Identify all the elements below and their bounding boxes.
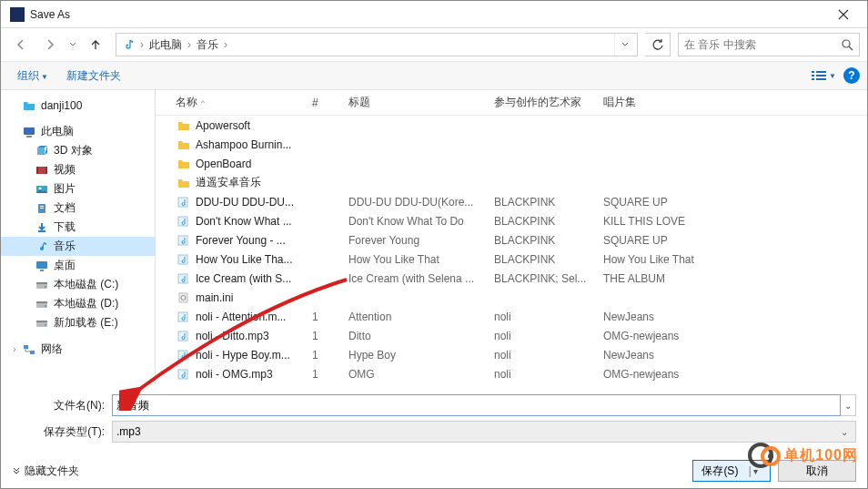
cancel-button[interactable]: 取消 xyxy=(778,460,856,482)
expand-icon[interactable]: › xyxy=(8,344,21,354)
back-button[interactable] xyxy=(8,32,34,57)
hide-folders-button[interactable]: 隐藏文件夹 xyxy=(12,464,79,479)
disk-icon xyxy=(34,278,50,292)
column-headers: 名称^ # 标题 参与创作的艺术家 唱片集 xyxy=(156,90,867,116)
music-icon xyxy=(176,348,192,362)
file-row[interactable]: noli - Ditto.mp31DittonoliOMG-newjeans xyxy=(156,326,867,345)
file-row[interactable]: 逍遥安卓音乐 xyxy=(156,173,867,192)
organize-menu[interactable]: 组织▼ xyxy=(8,65,57,87)
folder-icon xyxy=(176,138,192,152)
sidebar-item-document[interactable]: 文档 xyxy=(1,199,155,218)
folder-icon xyxy=(21,98,37,113)
sidebar-item-label: 此电脑 xyxy=(41,124,74,139)
search-input[interactable] xyxy=(684,38,842,51)
svg-rect-20 xyxy=(40,270,44,271)
music-icon xyxy=(176,252,192,267)
view-icon xyxy=(811,69,827,82)
file-row[interactable]: noli - OMG.mp31OMGnoliOMG-newjeans xyxy=(156,364,867,383)
sidebar-item-label: 本地磁盘 (C:) xyxy=(54,277,118,292)
file-row[interactable]: Ice Cream (with S...Ice Cream (with Sele… xyxy=(156,269,867,288)
sidebar-item-network[interactable]: › 网络 xyxy=(1,340,155,359)
computer-icon xyxy=(21,125,37,139)
file-row[interactable]: Forever Young - ...Forever YoungBLACKPIN… xyxy=(156,230,867,250)
split-dropdown-icon[interactable]: │▾ xyxy=(743,466,761,476)
forward-button[interactable] xyxy=(37,32,63,57)
sidebar-item-desktop[interactable]: 桌面 xyxy=(1,256,155,275)
svg-point-0 xyxy=(843,40,850,47)
file-row[interactable]: DDU-DU DDU-DU...DDU-DU DDU-DU(Kore...BLA… xyxy=(156,192,867,211)
svg-rect-2 xyxy=(816,71,826,73)
search-box[interactable] xyxy=(678,33,860,56)
sidebar-item-picture[interactable]: 图片 xyxy=(1,179,155,199)
sidebar-item-label: 音乐 xyxy=(54,239,76,254)
filetype-select[interactable]: .mp3 ⌄ xyxy=(112,421,856,443)
disk-icon xyxy=(34,297,50,311)
main-content: danji100 此电脑 3D 对象视频图片文档下载音乐桌面本地磁盘 (C:)本… xyxy=(1,90,867,384)
svg-rect-25 xyxy=(36,301,47,303)
file-row[interactable]: Apowersoft xyxy=(156,116,867,135)
toolbar: 组织▼ 新建文件夹 ▼ ? xyxy=(1,61,867,90)
svg-point-29 xyxy=(45,324,46,326)
music-icon xyxy=(176,271,192,286)
svg-rect-4 xyxy=(816,75,826,76)
3d-icon xyxy=(34,144,50,158)
breadcrumb-dropdown[interactable] xyxy=(614,34,635,56)
footer: 隐藏文件夹 保存(S) │▾ 取消 xyxy=(1,449,867,489)
arrow-up-icon xyxy=(89,38,102,51)
sidebar-item-music[interactable]: 音乐 xyxy=(1,237,155,256)
sidebar-item-disk[interactable]: 本地磁盘 (C:) xyxy=(1,275,155,294)
music-icon xyxy=(176,233,192,248)
close-icon xyxy=(838,9,849,20)
svg-rect-7 xyxy=(24,127,35,135)
chevron-down-icon xyxy=(12,466,21,475)
svg-rect-16 xyxy=(40,206,44,207)
network-icon xyxy=(21,342,37,357)
save-button[interactable]: 保存(S) │▾ xyxy=(692,460,771,482)
search-icon[interactable] xyxy=(842,39,853,51)
column-title[interactable]: 标题 xyxy=(341,95,487,110)
column-track[interactable]: # xyxy=(305,97,341,109)
column-artist[interactable]: 参与创作的艺术家 xyxy=(487,95,596,110)
svg-rect-31 xyxy=(30,351,35,354)
filename-dropdown[interactable]: ⌄ xyxy=(841,394,856,416)
history-dropdown[interactable] xyxy=(66,41,79,48)
sidebar-item-label: 下载 xyxy=(54,219,76,235)
file-row[interactable]: Ashampoo Burnin... xyxy=(156,135,867,154)
sidebar-item-3d[interactable]: 3D 对象 xyxy=(1,141,155,160)
title-bar: Save As xyxy=(1,1,867,28)
music-icon xyxy=(34,239,50,254)
new-folder-button[interactable]: 新建文件夹 xyxy=(57,65,130,87)
breadcrumb-sep-icon: › xyxy=(222,38,229,51)
sidebar-item-download[interactable]: 下载 xyxy=(1,218,155,237)
filename-input[interactable] xyxy=(112,394,841,416)
sidebar-item-quick[interactable]: danji100 xyxy=(1,96,155,115)
breadcrumb-music[interactable]: 音乐 xyxy=(193,34,222,56)
svg-rect-37 xyxy=(179,293,187,302)
file-row[interactable]: OpenBoard xyxy=(156,154,867,173)
up-button[interactable] xyxy=(83,32,108,57)
chevron-down-icon: ⌄ xyxy=(837,427,852,437)
file-row[interactable]: Don't Know What ...Don't Know What To Do… xyxy=(156,211,867,230)
file-row[interactable]: noli - Hype Boy.m...1Hype BoynoliNewJean… xyxy=(156,345,867,364)
folder-icon xyxy=(176,118,192,133)
close-button[interactable] xyxy=(823,2,863,27)
sidebar-item-disk[interactable]: 新加载卷 (E:) xyxy=(1,313,155,332)
sidebar-item-video[interactable]: 视频 xyxy=(1,160,155,179)
filetype-label: 保存类型(T): xyxy=(12,424,112,440)
picture-icon xyxy=(34,182,50,197)
column-album[interactable]: 唱片集 xyxy=(596,95,867,110)
view-options-button[interactable]: ▼ xyxy=(811,65,836,87)
sidebar-item-this-pc[interactable]: 此电脑 xyxy=(1,122,155,141)
svg-rect-8 xyxy=(26,136,32,138)
help-button[interactable]: ? xyxy=(843,67,860,84)
folder-icon xyxy=(176,157,192,171)
file-row[interactable]: main.ini xyxy=(156,288,867,307)
file-row[interactable]: noli - Attention.m...1AttentionnoliNewJe… xyxy=(156,307,867,326)
sidebar-item-disk[interactable]: 本地磁盘 (D:) xyxy=(1,294,155,313)
sidebar-item-label: 桌面 xyxy=(54,258,76,273)
breadcrumb[interactable]: › 此电脑 › 音乐 › xyxy=(116,33,638,56)
file-row[interactable]: How You Like Tha...How You Like ThatBLAC… xyxy=(156,250,867,269)
column-name[interactable]: 名称^ xyxy=(168,95,305,110)
breadcrumb-this-pc[interactable]: 此电脑 xyxy=(146,34,186,56)
refresh-button[interactable] xyxy=(645,33,671,56)
